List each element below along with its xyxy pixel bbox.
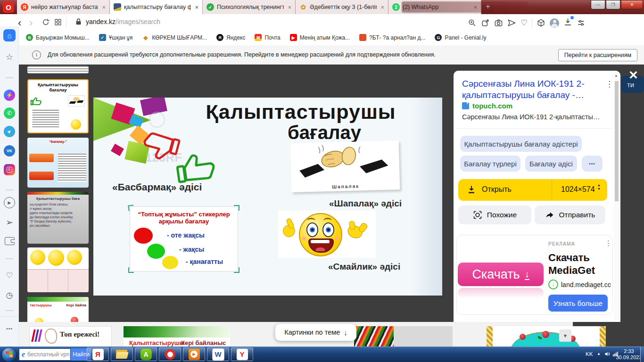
show-desktop-button[interactable] <box>640 346 644 362</box>
size-selector-icon[interactable]: ▲▼ <box>597 183 601 191</box>
bookmark-item[interactable]: GPanel - Genial.ly <box>435 34 486 41</box>
tray-hidden-icons[interactable]: ▲ <box>597 352 601 356</box>
thumbnail-3[interactable]: Қалыптастырушы баға ың күнделікті білім … <box>27 192 89 244</box>
thumbnail-selected[interactable]: Қалыптастырушыбағалау <box>27 79 89 133</box>
bookmark-item[interactable]: ◆КӨРКЕМ ШЫҒАРМ... <box>142 34 207 41</box>
settings-sliders-icon[interactable] <box>577 18 586 27</box>
speed-dial-icon[interactable] <box>54 18 62 26</box>
panel-scrollbar[interactable]: ▲ <box>614 73 619 320</box>
start-button[interactable] <box>1 347 17 362</box>
similar-button[interactable]: Похожие <box>458 206 531 224</box>
thumbnail-2[interactable]: “Бағалау-” <box>27 138 89 188</box>
send-button[interactable]: Отправить <box>535 206 605 224</box>
downloads-icon[interactable] <box>563 17 572 28</box>
opera-logo-icon[interactable]: O <box>3 1 14 13</box>
sidebar-more-dots-icon[interactable]: ••• <box>0 326 19 331</box>
sidebar-messenger-icon[interactable]: ⚡ <box>0 90 19 101</box>
tab-label: Әдебиеттік оқу 3 (1-бөлім <box>310 4 377 10</box>
main-image[interactable]: Қалыптастырушы бағалау 123RF «Басбармақ»… <box>93 98 442 296</box>
send-page-icon[interactable] <box>507 18 516 27</box>
related-thumbnail[interactable] <box>487 326 606 346</box>
tag-chip[interactable]: Қалыптастырушы бағалау әдістері <box>460 136 582 152</box>
window-minimize-button[interactable]: — <box>591 0 605 9</box>
address-bar[interactable]: yandex.kz/images/search <box>86 18 160 25</box>
ad-cta-button[interactable]: Узнать больше <box>548 295 608 312</box>
bookmark-label: Бауыржан Момыш... <box>36 34 90 41</box>
thumbnail-4[interactable] <box>27 247 89 292</box>
sidebar-history-icon[interactable]: ◷ <box>0 290 19 300</box>
lock-icon[interactable] <box>74 18 83 26</box>
sidebar-home-button[interactable]: ⌂ <box>0 29 19 41</box>
tab-close-icon[interactable]: × <box>380 4 384 11</box>
image-title-link[interactable]: Сәрсенғазы Лина ИОК-191 2-қалыптастырушы… <box>462 78 596 101</box>
related-thumbnail[interactable]: Топ ережесі! <box>29 326 112 347</box>
related-thumbnail[interactable] <box>354 326 453 346</box>
viewer-close-icon[interactable]: ✕ <box>628 68 638 82</box>
ad-menu-dots-icon[interactable]: ⋮ <box>605 239 612 247</box>
ad-url-row[interactable]: ↓ land.mediaget.co <box>548 280 611 289</box>
share-edit-icon[interactable] <box>481 18 490 27</box>
open-button[interactable]: Открыть 1024×574 ▲▼ <box>458 179 607 201</box>
tab-psychology[interactable]: ✓ Психологиялық тренингте × <box>203 0 296 14</box>
image-viewer-overlay: Қалыптастырушыбағалау “Бағалау-” Қалыпта… <box>19 65 644 346</box>
sidebar-heart-icon[interactable]: ♡ <box>0 271 19 280</box>
window-restore-button[interactable]: ❐ <box>606 0 620 9</box>
profile-avatar[interactable] <box>550 18 559 28</box>
tab-close-icon[interactable]: × <box>101 4 106 11</box>
tab-close-icon[interactable]: × <box>194 4 198 11</box>
tab-neuro[interactable]: Я нейро жаттығулар бастауы × <box>17 0 110 14</box>
related-thumb-caption: Қалыптастырушы <box>129 339 185 346</box>
sidebar-wallet-icon[interactable] <box>0 237 19 245</box>
thumb-smiley <box>48 250 64 266</box>
ad-url: land.mediaget.co <box>561 281 611 288</box>
taskbar-app-opera[interactable] <box>159 347 181 361</box>
scroll-up-icon[interactable]: ▲ <box>614 74 618 78</box>
sidebar-whatsapp-icon[interactable]: ✆ <box>0 107 19 119</box>
bookmark-item[interactable]: ЯЯндекс <box>216 34 245 41</box>
taskbar-app-yandex-browser[interactable]: Y <box>231 347 253 361</box>
strip-scroll-down-icon[interactable]: ▼ <box>559 329 571 342</box>
tags-more-chip[interactable]: ••• <box>582 156 603 172</box>
zoom-icon[interactable] <box>468 18 477 27</box>
go-to-extensions-button[interactable]: Перейти к расширениям <box>558 49 637 61</box>
related-images-button[interactable]: Картинки по теме↓ <box>275 324 356 341</box>
panel-menu-dots-icon[interactable]: ⋮ <box>605 79 613 89</box>
bookmark-item[interactable]: ✉Почта <box>255 34 280 41</box>
tab-adebiet[interactable]: ✿ Әдебиеттік оқу 3 (1-бөлім × <box>296 0 388 14</box>
taskbar-search[interactable]: e бесплатный vpn Найти <box>19 348 91 361</box>
favorites-heart-icon[interactable]: ♡ <box>520 18 528 28</box>
bookmark-item[interactable]: ✓Ұшқан ұя <box>99 34 133 41</box>
taskbar-app-yandex-search[interactable]: Я <box>87 347 109 361</box>
sidebar-telegram-icon[interactable]: ➤ <box>0 126 19 137</box>
taskbar-app-explorer[interactable] <box>111 347 133 361</box>
sidebar-instagram-icon[interactable] <box>0 164 19 175</box>
snapshot-icon[interactable] <box>494 18 503 27</box>
tab-close-icon[interactable]: × <box>287 4 291 11</box>
tag-chip[interactable]: Бағалау түрлері <box>460 156 520 172</box>
bookmark-item[interactable]: BБауыржан Момыш... <box>26 34 90 41</box>
tab-bar: O Я нейро жаттығулар бастауы × қалыптаст… <box>0 0 644 14</box>
sidebar-myflow-icon[interactable]: ➢ <box>0 217 19 228</box>
thumbnail-partial-top[interactable] <box>27 66 89 74</box>
forward-button[interactable]: › <box>29 17 33 29</box>
bookmark-item[interactable]: ?БТ- ?а арнал?ан д... <box>359 34 425 41</box>
taskbar-app-aimp[interactable]: A <box>135 347 157 361</box>
tray-clock[interactable]: 2:33 30.09.2023 <box>619 348 639 361</box>
related-thumbnail[interactable]: Қалыптастырушы Кері байланыс <box>124 326 230 346</box>
source-row[interactable]: topuch.com <box>462 102 512 110</box>
tab-image-search[interactable]: қалыптастыру бағалау фот × <box>110 0 203 14</box>
sidebar-bookmarks-star-icon[interactable]: ☆ <box>0 52 19 62</box>
tray-language[interactable]: KK <box>586 351 593 357</box>
scrollbar-thumb[interactable] <box>615 81 619 201</box>
window-close-button[interactable]: ✕ <box>621 0 643 9</box>
bookmark-item[interactable]: ▶Менің атым Қожа... <box>290 34 350 41</box>
sidebar-player-icon[interactable]: ▶ <box>0 197 19 208</box>
tag-chip[interactable]: Бағалау әдісі <box>525 156 577 172</box>
reload-button[interactable] <box>41 18 50 26</box>
taskbar-app-mediaplayer[interactable]: ▶ <box>183 347 205 361</box>
extensions-cube-icon[interactable] <box>537 18 545 27</box>
ad-download-button[interactable]: Скачать ↓ <box>458 263 544 286</box>
sidebar-vk-icon[interactable]: VK <box>0 145 19 156</box>
taskbar-app-word[interactable]: W <box>207 347 229 361</box>
tray-volume-icon[interactable] <box>604 351 611 357</box>
